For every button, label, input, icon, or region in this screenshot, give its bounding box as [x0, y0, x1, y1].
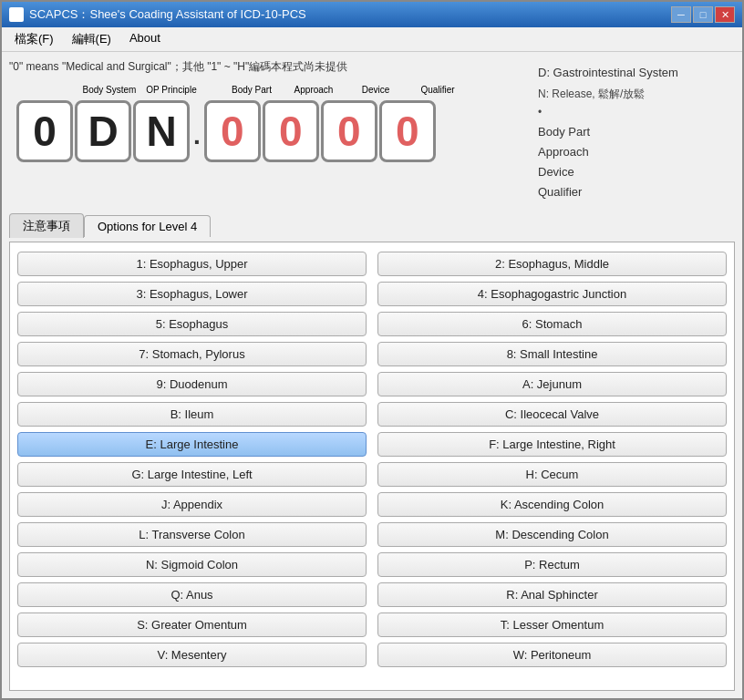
label-qualifier: Qualifier: [420, 85, 454, 95]
close-button[interactable]: ✕: [715, 6, 735, 23]
option-btn-7[interactable]: 7: Stomach, Pylorus: [17, 342, 367, 366]
option-btn-h[interactable]: H: Cecum: [377, 462, 727, 487]
code-digit-1: 0: [204, 100, 261, 162]
option-btn-n[interactable]: N: Sigmoid Colon: [17, 552, 367, 577]
option-btn-b[interactable]: B: Ileum: [17, 402, 367, 427]
option-btn-8[interactable]: 8: Small Intestine: [377, 342, 727, 366]
option-btn-9[interactable]: 9: Duodenum: [17, 372, 367, 396]
top-section: "0" means "Medical and Surgical"；其他 "1" …: [9, 59, 735, 206]
right-approach: Approach: [538, 142, 731, 162]
left-panel: "0" means "Medical and Surgical"；其他 "1" …: [9, 59, 525, 162]
notice-text: "0" means "Medical and Surgical"；其他 "1" …: [9, 59, 525, 75]
option-btn-m[interactable]: M: Descending Colon: [377, 522, 727, 547]
option-btn-v[interactable]: V: Mesentery: [17, 643, 367, 667]
system-title: D: Gastrointestinal System: [538, 63, 731, 83]
dot-label: •: [538, 103, 731, 121]
label-body-system: Body System: [83, 85, 137, 95]
label-device: Device: [362, 85, 390, 95]
options-area: 1: Esophagus, Upper2: Esophagus, Middle3…: [9, 242, 735, 691]
option-btn-2[interactable]: 2: Esophagus, Middle: [377, 252, 727, 276]
option-btn-p[interactable]: P: Rectum: [377, 552, 727, 577]
right-panel: D: Gastrointestinal System N: Release, 鬆…: [534, 59, 735, 206]
option-btn-q[interactable]: Q: Anus: [17, 582, 367, 607]
right-device: Device: [538, 162, 731, 182]
title-controls: ─ □ ✕: [671, 6, 735, 23]
code-digit-3: 0: [321, 100, 377, 162]
code-digit-n: N: [133, 100, 190, 162]
release-label: N: Release, 鬆解/放鬆: [538, 85, 731, 103]
option-btn-c[interactable]: C: Ileocecal Valve: [377, 402, 727, 427]
code-digit-0: 0: [16, 100, 73, 162]
dot-separator: .: [191, 121, 202, 150]
menu-file[interactable]: 檔案(F): [9, 29, 59, 49]
title-bar-left: SCAPCS：Shee's Coading Assistant of ICD-1…: [9, 6, 306, 23]
option-btn-1[interactable]: 1: Esophagus, Upper: [17, 252, 367, 276]
option-btn-k[interactable]: K: Ascending Colon: [377, 492, 727, 517]
main-window: SCAPCS：Shee's Coading Assistant of ICD-1…: [0, 0, 744, 700]
tabs-section: 注意事項 Options for Level 4: [9, 213, 735, 238]
option-btn-4[interactable]: 4: Esophagogastric Junction: [377, 282, 727, 306]
option-btn-s[interactable]: S: Greater Omentum: [17, 612, 367, 637]
window-title: SCAPCS：Shee's Coading Assistant of ICD-1…: [29, 6, 306, 23]
code-digit-d: D: [75, 100, 131, 162]
option-btn-3[interactable]: 3: Esophagus, Lower: [17, 282, 367, 306]
menu-about[interactable]: About: [124, 29, 166, 49]
menu-bar: 檔案(F) 編輯(E) About: [2, 27, 742, 52]
label-body-system-above: [46, 85, 49, 95]
tab-options[interactable]: Options for Level 4: [84, 215, 211, 237]
code-row: 0 D N . 0 0 0 0: [16, 100, 525, 162]
label-op: OP Principle: [146, 85, 196, 95]
options-grid: 1: Esophagus, Upper2: Esophagus, Middle3…: [17, 252, 727, 667]
option-btn-t[interactable]: T: Lesser Omentum: [377, 612, 727, 637]
title-bar: SCAPCS：Shee's Coading Assistant of ICD-1…: [2, 2, 742, 27]
label-body-part: Body Part: [232, 85, 272, 95]
option-btn-j[interactable]: J: Appendix: [17, 492, 367, 517]
option-btn-l[interactable]: L: Transverse Colon: [17, 522, 367, 547]
option-btn-w[interactable]: W: Peritoneum: [377, 643, 727, 667]
option-btn-f[interactable]: F: Large Intestine, Right: [377, 432, 727, 457]
option-btn-5[interactable]: 5: Esophagus: [17, 312, 367, 336]
code-digit-2: 0: [263, 100, 319, 162]
maximize-button[interactable]: □: [693, 6, 713, 23]
code-digit-4: 0: [379, 100, 436, 162]
option-btn-r[interactable]: R: Anal Sphincter: [377, 582, 727, 607]
option-btn-e[interactable]: E: Large Intestine: [17, 432, 367, 457]
app-icon: [9, 7, 24, 22]
menu-edit[interactable]: 編輯(E): [67, 29, 117, 49]
tab-notice[interactable]: 注意事項: [9, 213, 84, 238]
right-body-part: Body Part: [538, 122, 731, 142]
option-btn-a[interactable]: A: Jejunum: [377, 372, 727, 396]
option-btn-g[interactable]: G: Large Intestine, Left: [17, 462, 367, 487]
right-qualifier: Qualifier: [538, 182, 731, 202]
main-content: "0" means "Medical and Surgical"；其他 "1" …: [2, 52, 742, 698]
option-btn-6[interactable]: 6: Stomach: [377, 312, 727, 336]
minimize-button[interactable]: ─: [671, 6, 691, 23]
label-approach: Approach: [294, 85, 334, 95]
